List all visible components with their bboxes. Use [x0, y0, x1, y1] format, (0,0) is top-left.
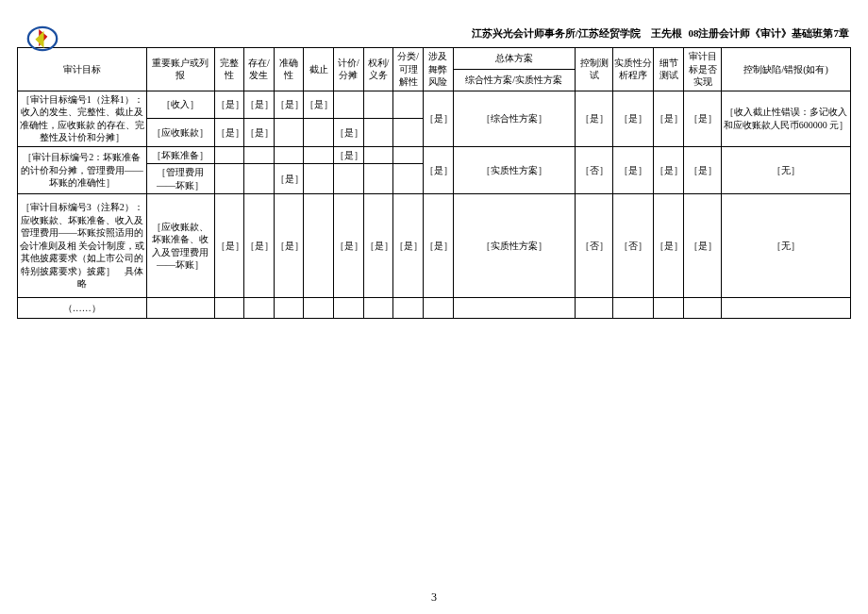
cell-acc: ［管理费用——坏账］ [146, 164, 214, 194]
table-row: ［审计目标编号3（注释2）：应收账款、坏账准备、收入及管理费用——坏账按照适用的… [18, 194, 851, 298]
cell-dots: （……） [18, 298, 147, 319]
th-substantive: 实质性分析程序 [613, 48, 654, 91]
cell [244, 146, 275, 164]
cell: ［是］ [274, 91, 304, 119]
th-cutoff: 截止 [304, 48, 334, 91]
cell [363, 164, 393, 194]
cell-plan: ［实质性方案］ [453, 146, 575, 194]
cell [334, 91, 364, 119]
cell: ［是］ [334, 146, 364, 164]
cell [334, 164, 364, 194]
cell-ach: ［是］ [683, 194, 721, 298]
cell-fraud: ［是］ [423, 91, 453, 146]
cell-det: ［是］ [654, 91, 684, 146]
th-account: 重要账户或列报 [146, 48, 214, 91]
cell [304, 194, 334, 298]
header-text: 江苏兴光会计师事务所/江苏经贸学院 王先根 08注册会计师《审计》基础班第7章 [472, 26, 849, 41]
table-row: ［审计目标编号2：坏账准备的计价和分摊，管理费用——坏账的准确性］ ［坏账准备］… [18, 146, 851, 164]
cell-det: ［是］ [654, 194, 684, 298]
cell: ［是］ [244, 119, 275, 147]
cell [304, 164, 334, 194]
cell-def: ［收入截止性错误：多记收入和应收账款人民币600000 元］ [722, 91, 851, 146]
table-header: 审计目标 重要账户或列报 完整性 存在/发生 准确性 截止 计价/分摊 权利/义… [18, 48, 851, 91]
cell [214, 146, 244, 164]
cell: ［是］ [304, 91, 334, 119]
cell [304, 146, 334, 164]
cell-ctrl: ［否］ [575, 194, 612, 298]
cell: ［是］ [214, 91, 244, 119]
page-number: 3 [431, 590, 437, 605]
cell [214, 164, 244, 194]
cell [304, 119, 334, 147]
cell: ［是］ [393, 194, 424, 298]
cell [363, 119, 393, 147]
th-plan-desc: 综合性方案/实质性方案 [453, 69, 575, 91]
th-completeness: 完整性 [214, 48, 244, 91]
th-accuracy: 准确性 [274, 48, 304, 91]
table-row: （……） [18, 298, 851, 319]
cell-obj: ［审计目标编号1（注释1）：收入的发生、完整性、截止及准确性，应收账款 的存在、… [18, 91, 147, 146]
cell-ach: ［是］ [683, 146, 721, 194]
cell-def: ［无］ [722, 194, 851, 298]
th-classification: 分类/可理解性 [393, 48, 424, 91]
cell: ［是］ [214, 119, 244, 147]
cell-fraud: ［是］ [423, 146, 453, 194]
cell-sub: ［是］ [613, 146, 654, 194]
cell-ctrl: ［否］ [575, 146, 612, 194]
table-body: ［审计目标编号1（注释1）：收入的发生、完整性、截止及准确性，应收账款 的存在、… [18, 91, 851, 319]
cell-acc: ［应收账款、坏账准备、收入及管理费用——坏账］ [146, 194, 214, 298]
cell: ［是］ [334, 194, 364, 298]
cell-acc: ［应收账款］ [146, 119, 214, 147]
cell-acc: ［收入］ [146, 91, 214, 119]
logo-icon [23, 21, 62, 57]
cell [363, 146, 393, 164]
cell [393, 146, 424, 164]
cell [393, 91, 424, 119]
cell: ［是］ [214, 194, 244, 298]
cell-obj: ［审计目标编号2：坏账准备的计价和分摊，管理费用——坏账的准确性］ [18, 146, 147, 194]
cell [274, 119, 304, 147]
cell-sub: ［否］ [613, 194, 654, 298]
audit-table: 审计目标 重要账户或列报 完整性 存在/发生 准确性 截止 计价/分摊 权利/义… [17, 47, 851, 319]
th-achieved: 审计目标是否实现 [683, 48, 721, 91]
cell-obj: ［审计目标编号3（注释2）：应收账款、坏账准备、收入及管理费用——坏账按照适用的… [18, 194, 147, 298]
cell-acc: ［坏账准备］ [146, 146, 214, 164]
cell-ctrl: ［是］ [575, 91, 612, 146]
th-fraud: 涉及舞弊风险 [423, 48, 453, 91]
th-detail: 细节测试 [654, 48, 684, 91]
cell-plan: ［实质性方案］ [453, 194, 575, 298]
cell: ［是］ [274, 164, 304, 194]
cell: ［是］ [334, 119, 364, 147]
cell-sub: ［是］ [613, 91, 654, 146]
cell: ［是］ [274, 194, 304, 298]
th-overall-plan: 总体方案 [453, 48, 575, 70]
cell: ［是］ [244, 194, 275, 298]
cell: ［是］ [363, 194, 393, 298]
th-rights: 权利/义务 [363, 48, 393, 91]
cell-fraud: ［是］ [423, 194, 453, 298]
cell [363, 91, 393, 119]
table-row: ［审计目标编号1（注释1）：收入的发生、完整性、截止及准确性，应收账款 的存在、… [18, 91, 851, 119]
th-existence: 存在/发生 [244, 48, 275, 91]
cell [393, 119, 424, 147]
cell [393, 164, 424, 194]
th-valuation: 计价/分摊 [334, 48, 364, 91]
th-ctrl-test: 控制测试 [575, 48, 612, 91]
cell [274, 146, 304, 164]
cell-def: ［无］ [722, 146, 851, 194]
cell-det: ［是］ [654, 146, 684, 194]
cell-plan: ［综合性方案］ [453, 91, 575, 146]
cell-ach: ［是］ [683, 91, 721, 146]
cell [244, 164, 275, 194]
cell: ［是］ [244, 91, 275, 119]
th-defect: 控制缺陷/错报(如有) [722, 48, 851, 91]
